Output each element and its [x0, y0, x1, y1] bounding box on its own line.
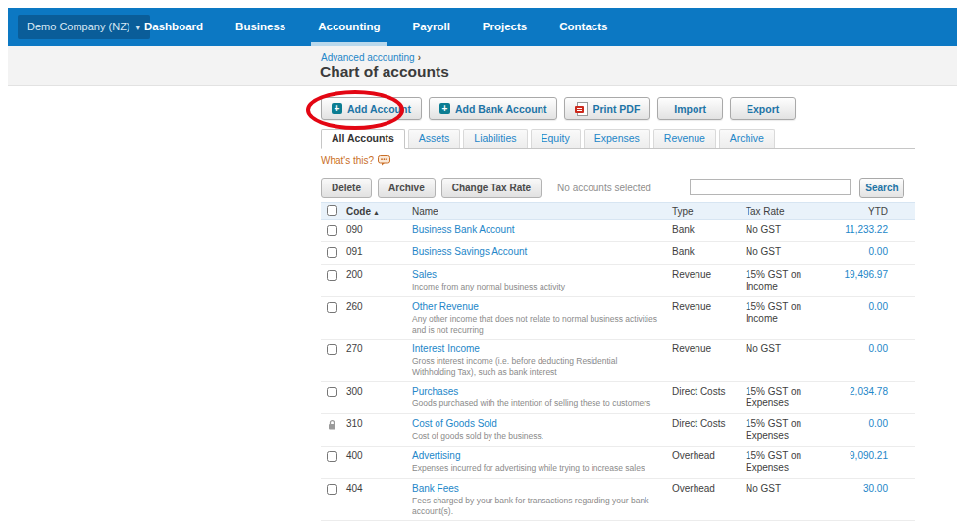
select-all-checkbox[interactable]	[327, 205, 337, 216]
selection-status: No accounts selected	[557, 178, 651, 198]
account-code: 200	[346, 269, 412, 280]
nav-item[interactable]: Projects	[480, 8, 530, 46]
nav-items: DashboardBusinessAccountingPayrollProjec…	[141, 8, 610, 46]
account-description: Income from any normal business activity	[412, 282, 672, 292]
account-description: Cost of goods sold by the business.	[412, 431, 672, 442]
account-type: Bank	[672, 224, 746, 235]
account-name-link[interactable]: Interest Income	[412, 343, 480, 354]
tab[interactable]: Liabilities	[463, 129, 527, 148]
account-type: Bank	[672, 246, 746, 257]
account-type: Revenue	[672, 343, 746, 354]
account-tax-rate: 15% GST on Income	[746, 301, 842, 325]
row-checkbox[interactable]	[327, 484, 337, 495]
account-name-link[interactable]: Advertising	[412, 450, 460, 461]
nav-item[interactable]: Contacts	[556, 8, 610, 46]
account-name-link[interactable]: Sales	[412, 269, 437, 280]
account-ytd-link[interactable]: 0.00	[842, 418, 915, 429]
account-ytd-link[interactable]: 30.00	[842, 483, 915, 494]
table-toolbar: Delete Archive Change Tax Rate No accoun…	[321, 178, 915, 201]
account-ytd-link[interactable]: 9,090.21	[842, 450, 915, 461]
table-row: 260 Other Revenue Any other income that …	[321, 297, 915, 340]
print-pdf-label: Print PDF	[593, 103, 640, 115]
column-header-code[interactable]: Code▲	[346, 206, 412, 217]
tab[interactable]: Assets	[408, 129, 461, 148]
breadcrumb-link[interactable]: Advanced accounting	[321, 52, 415, 63]
archive-button[interactable]: Archive	[378, 178, 436, 198]
row-checkbox[interactable]	[327, 302, 337, 313]
account-ytd-link[interactable]: 2,034.78	[842, 386, 915, 396]
column-header-name[interactable]: Name	[412, 206, 672, 217]
page: Demo Company (NZ)▾ DashboardBusinessAcco…	[0, 0, 980, 527]
tab[interactable]: All Accounts	[321, 129, 405, 149]
print-pdf-button[interactable]: Print PDF	[564, 97, 650, 120]
plus-icon: +	[439, 103, 450, 114]
row-checkbox[interactable]	[327, 387, 337, 397]
account-name-link[interactable]: Purchases	[412, 386, 458, 396]
org-menu-button[interactable]: Demo Company (NZ)▾	[18, 15, 150, 39]
account-tax-rate: No GST	[746, 343, 842, 355]
nav-item[interactable]: Dashboard	[141, 8, 206, 46]
account-description: Gross interest income (i.e. before deduc…	[412, 356, 672, 377]
plus-icon: +	[332, 103, 342, 114]
account-type: Direct Costs	[672, 418, 746, 429]
table-row: 090 Business Bank Account Bank No GST 11…	[321, 220, 915, 242]
nav-item[interactable]: Business	[232, 8, 288, 46]
row-checkbox[interactable]	[327, 451, 337, 462]
account-ytd-link[interactable]: 0.00	[842, 301, 915, 312]
change-tax-rate-button[interactable]: Change Tax Rate	[441, 178, 542, 198]
nav-item[interactable]: Accounting	[315, 8, 383, 46]
whats-this-label: What's this?	[321, 155, 374, 166]
search-button[interactable]: Search	[859, 178, 904, 198]
tab[interactable]: Revenue	[653, 129, 716, 148]
tab[interactable]: Equity	[531, 129, 581, 148]
account-code: 270	[346, 343, 412, 354]
row-checkbox[interactable]	[327, 344, 337, 355]
page-title: Chart of accounts	[320, 63, 449, 80]
row-checkbox[interactable]	[327, 225, 337, 236]
page-header: Advanced accounting› Chart of accounts	[8, 46, 957, 86]
account-type: Overhead	[672, 483, 746, 494]
top-navbar: Demo Company (NZ)▾ DashboardBusinessAcco…	[8, 8, 957, 46]
account-tax-rate: 15% GST on Expenses	[746, 418, 842, 442]
chevron-down-icon: ▾	[136, 23, 141, 32]
breadcrumb[interactable]: Advanced accounting›	[321, 52, 421, 63]
action-buttons: + Add Account + Add Bank Account Print P…	[321, 97, 796, 120]
table-row: 300 Purchases Goods purchased with the i…	[321, 382, 915, 414]
export-button[interactable]: Export	[730, 97, 796, 120]
account-description: Any other income that does not relate to…	[412, 314, 672, 335]
account-ytd-link[interactable]: 19,496.97	[842, 269, 915, 280]
account-name-link[interactable]: Cost of Goods Sold	[412, 418, 497, 429]
account-tax-rate: 15% GST on Expenses	[746, 386, 842, 409]
account-type: Revenue	[672, 301, 746, 312]
accounts-table: Code▲ Name Type Tax Rate YTD 090 Busines…	[321, 202, 915, 521]
whats-this-link[interactable]: What's this?	[321, 155, 390, 166]
account-tax-rate: 15% GST on Income	[746, 269, 842, 292]
account-code: 310	[346, 418, 412, 429]
account-name-link[interactable]: Business Savings Account	[412, 246, 527, 257]
account-ytd-link[interactable]: 0.00	[842, 246, 915, 257]
tab[interactable]: Expenses	[584, 129, 650, 148]
nav-item[interactable]: Payroll	[409, 8, 452, 46]
column-header-ytd[interactable]: YTD	[842, 206, 915, 217]
table-row: 400 Advertising Expenses incurred for ad…	[321, 447, 915, 479]
column-header-tax-rate[interactable]: Tax Rate	[746, 206, 842, 217]
tab[interactable]: Archive	[719, 129, 775, 148]
account-ytd-link[interactable]: 11,233.22	[842, 224, 915, 235]
add-bank-account-label: Add Bank Account	[455, 103, 547, 115]
import-button[interactable]: Import	[657, 97, 723, 120]
column-header-type[interactable]: Type	[672, 206, 746, 217]
row-checkbox[interactable]	[327, 270, 337, 281]
org-name: Demo Company (NZ)	[27, 21, 130, 32]
table-row: 404 Bank Fees Fees charged by your bank …	[321, 479, 915, 521]
account-ytd-link[interactable]: 0.00	[842, 343, 915, 354]
account-code: 090	[346, 224, 412, 235]
row-checkbox[interactable]	[327, 247, 337, 258]
account-name-link[interactable]: Bank Fees	[412, 483, 459, 494]
add-bank-account-button[interactable]: + Add Bank Account	[429, 97, 558, 120]
account-name-link[interactable]: Business Bank Account	[412, 224, 515, 235]
account-code: 300	[346, 386, 412, 396]
search-input[interactable]	[690, 179, 851, 195]
delete-button[interactable]: Delete	[321, 178, 372, 198]
account-name-link[interactable]: Other Revenue	[412, 301, 479, 312]
add-account-button[interactable]: + Add Account	[321, 97, 422, 120]
